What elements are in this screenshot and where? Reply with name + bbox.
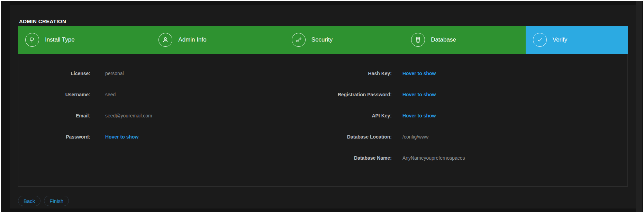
hover-to-show-link[interactable]: Hover to show	[90, 134, 138, 140]
field-label: Database Name:	[323, 155, 392, 161]
hover-to-show-link[interactable]: Hover to show	[392, 71, 436, 76]
step-label: Admin Info	[178, 36, 206, 43]
summary-row: Hash Key: Hover to show	[323, 63, 627, 84]
field-value: seed@youremail.com	[90, 113, 152, 118]
verify-summary: License: personal Username: seed Email: …	[18, 54, 627, 168]
step-admin-info[interactable]: Admin Info	[151, 26, 284, 54]
field-label: Database Location:	[323, 134, 392, 140]
summary-row: Username: seed	[18, 84, 323, 105]
step-label: Install Type	[45, 36, 75, 43]
summary-row: Password: Hover to show	[18, 126, 323, 147]
key-icon	[292, 33, 306, 47]
step-security[interactable]: Security	[284, 26, 404, 54]
summary-row: Email: seed@youremail.com	[18, 105, 323, 126]
field-value: personal	[90, 71, 124, 76]
scrollbar-track[interactable]	[636, 1, 642, 212]
field-label: License:	[18, 71, 90, 76]
step-label: Database	[431, 36, 456, 43]
step-database[interactable]: Database	[404, 26, 526, 54]
hover-to-show-link[interactable]: Hover to show	[392, 113, 436, 118]
back-button[interactable]: Back	[18, 196, 40, 206]
field-label: Registration Password:	[323, 92, 392, 97]
field-value: /config/www	[392, 134, 428, 140]
field-label: API Key:	[323, 113, 392, 118]
page-title: ADMIN CREATION	[19, 18, 636, 24]
wizard-box: Install Type Admin Info Security Databas…	[18, 26, 628, 187]
step-label: Security	[311, 36, 333, 43]
field-label: Username:	[18, 92, 90, 97]
field-label: Email:	[18, 113, 90, 118]
step-install-type[interactable]: Install Type	[18, 26, 151, 54]
database-icon	[411, 33, 425, 47]
summary-column-right: Hash Key: Hover to show Registration Pas…	[323, 63, 627, 168]
summary-row: License: personal	[18, 63, 323, 84]
finish-button[interactable]: Finish	[44, 196, 69, 206]
summary-row: Database Name: AnyNameyouprefernospaces	[323, 147, 627, 168]
check-icon	[533, 33, 547, 47]
stepper: Install Type Admin Info Security Databas…	[18, 26, 628, 54]
admin-creation-panel: ADMIN CREATION Install Type Admin Info S…	[10, 5, 636, 208]
summary-row: Database Location: /config/www	[323, 126, 627, 147]
step-label: Verify	[553, 36, 568, 43]
admin-creation-page: { "page": { "title": "ADMIN CREATION" },…	[0, 0, 644, 213]
summary-column-left: License: personal Username: seed Email: …	[18, 63, 323, 168]
step-verify[interactable]: Verify	[526, 26, 628, 54]
user-icon	[158, 33, 172, 47]
hover-to-show-link[interactable]: Hover to show	[392, 92, 436, 97]
field-value: seed	[90, 92, 116, 97]
wizard-footer: Back Finish	[18, 196, 69, 206]
summary-row: API Key: Hover to show	[323, 105, 627, 126]
signpost-icon	[25, 33, 39, 47]
summary-row: Registration Password: Hover to show	[323, 84, 627, 105]
field-value: AnyNameyouprefernospaces	[392, 155, 465, 161]
field-label: Hash Key:	[323, 71, 392, 76]
field-label: Password:	[18, 134, 90, 140]
